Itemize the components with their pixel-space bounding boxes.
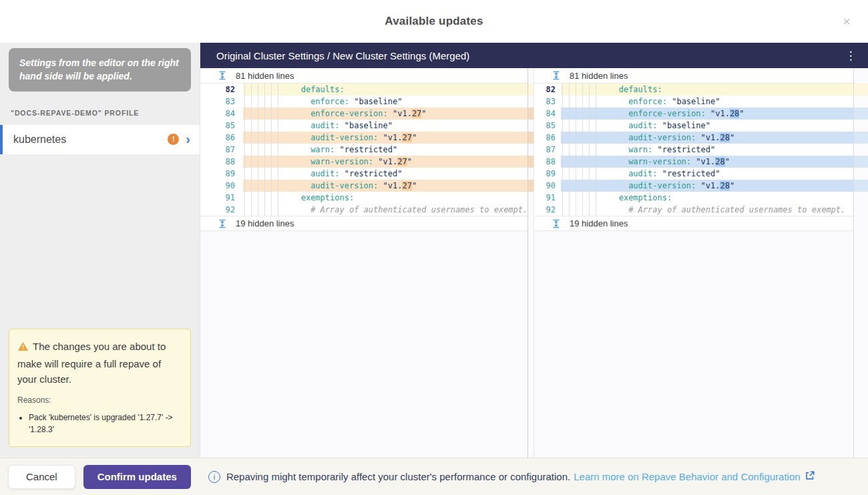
- close-icon[interactable]: ×: [837, 12, 856, 31]
- diff-line[interactable]: 83 enforce: "baseline": [534, 96, 868, 108]
- ruler-mark: [854, 156, 868, 168]
- diff-line[interactable]: 91 exemptions:: [200, 192, 527, 204]
- line-number: 85: [534, 120, 561, 132]
- diff-overview-ruler-right[interactable]: [853, 68, 868, 458]
- line-content: warn: "restricted": [561, 144, 868, 156]
- diff-line[interactable]: 84 enforce-version: "v1.27": [200, 108, 527, 120]
- repave-warning-box: The changes you are about to make will r…: [9, 329, 191, 447]
- sidebar-item-kubernetes[interactable]: kubernetes ! ›: [0, 125, 200, 154]
- line-number: 85: [200, 120, 243, 132]
- warning-triangle-icon: [17, 340, 29, 355]
- hidden-lines-label: 19 hidden lines: [236, 218, 294, 228]
- diff-line[interactable]: 90 audit-version: "v1.28": [534, 180, 868, 192]
- notice-text: Repaving might temporarily affect your c…: [226, 471, 570, 482]
- line-content: audit: "restricted": [243, 168, 527, 180]
- code-lines-merged[interactable]: 82 defaults:83 enforce: "baseline"84 enf…: [534, 84, 868, 216]
- line-content: # Array of authenticated usernames to ex…: [243, 204, 527, 216]
- changed-token: 28: [715, 157, 724, 166]
- line-content: defaults:: [561, 84, 868, 96]
- info-icon: i: [208, 471, 220, 483]
- profile-label: "DOCS-REPAVE-DEMO" PROFILE: [11, 109, 189, 117]
- diff-line[interactable]: 92 # Array of authenticated usernames to…: [200, 204, 527, 216]
- line-content: exemptions:: [561, 192, 868, 204]
- line-content: warn-version: "v1.28": [561, 156, 868, 168]
- line-number: 90: [200, 180, 243, 192]
- changed-token: 27: [397, 157, 407, 166]
- editor-empty-area[interactable]: [534, 231, 868, 458]
- confirm-updates-button[interactable]: Confirm updates: [83, 465, 191, 489]
- line-content: audit-version: "v1.28": [561, 180, 868, 192]
- reasons-list: Pack 'kubernetes' is upgraded '1.27.7' -…: [29, 411, 182, 436]
- diff-line[interactable]: 86 audit-version: "v1.27": [200, 132, 527, 144]
- ruler-mark: [528, 132, 533, 144]
- ruler-mark: [854, 84, 868, 96]
- sidebar-spacer: [0, 154, 200, 329]
- hidden-lines-label: 81 hidden lines: [570, 71, 628, 81]
- chevron-right-icon[interactable]: ›: [186, 134, 190, 145]
- diff-pane-merged: 81 hidden lines 82 defaults:83 enforce: …: [534, 68, 868, 458]
- diff-line[interactable]: 84 enforce-version: "v1.28": [534, 108, 868, 120]
- line-content: warn-version: "v1.27": [243, 156, 527, 168]
- modal-titlebar: Available updates ×: [0, 0, 868, 43]
- line-number: 88: [200, 156, 243, 168]
- line-number: 86: [534, 132, 561, 144]
- diff-line[interactable]: 90 audit-version: "v1.27": [200, 180, 527, 192]
- line-content: warn: "restricted": [243, 144, 527, 156]
- line-content: audit: "baseline": [243, 120, 527, 132]
- ruler-mark: [528, 84, 533, 96]
- diff-line[interactable]: 89 audit: "restricted": [200, 168, 527, 180]
- code-lines-original[interactable]: 82 defaults:83 enforce: "baseline"84 enf…: [200, 84, 527, 216]
- diff-line[interactable]: 87 warn: "restricted": [200, 144, 527, 156]
- hidden-lines-top-left[interactable]: 81 hidden lines: [200, 68, 527, 84]
- repave-docs-link[interactable]: Learn more on Repave Behavior and Config…: [574, 471, 800, 482]
- diff-header: Original Cluster Settings / New Cluster …: [200, 43, 868, 68]
- diff-line[interactable]: 86 audit-version: "v1.28": [534, 132, 868, 144]
- diff-line[interactable]: 85 audit: "baseline": [534, 120, 868, 132]
- unfold-icon[interactable]: [552, 219, 561, 228]
- changed-token: 27: [412, 109, 421, 118]
- diff-line[interactable]: 87 warn: "restricted": [534, 144, 868, 156]
- hidden-lines-bottom-right[interactable]: 19 hidden lines: [534, 216, 868, 231]
- line-content: audit-version: "v1.27": [243, 132, 527, 144]
- line-number: 90: [534, 180, 561, 192]
- hidden-lines-label: 81 hidden lines: [236, 71, 294, 81]
- diff-line[interactable]: 82 defaults:: [200, 84, 527, 96]
- editor-empty-area[interactable]: [200, 231, 527, 458]
- modal-footer: Cancel Confirm updates i Repaving might …: [0, 458, 868, 495]
- reason-item: Pack 'kubernetes' is upgraded '1.27.7' -…: [29, 411, 182, 436]
- unfold-icon[interactable]: [218, 219, 227, 228]
- line-content: enforce-version: "v1.28": [561, 108, 868, 120]
- unfold-icon[interactable]: [218, 71, 227, 80]
- diff-pane-original: 81 hidden lines 82 defaults:83 enforce: …: [200, 68, 527, 458]
- diff-line[interactable]: 91 exemptions:: [534, 192, 868, 204]
- changed-token: 28: [720, 133, 729, 142]
- diff-line[interactable]: 88 warn-version: "v1.28": [534, 156, 868, 168]
- line-content: audit: "baseline": [561, 120, 868, 132]
- diff-overview-ruler-left[interactable]: [527, 68, 534, 458]
- diff-line[interactable]: 82 defaults:: [534, 84, 868, 96]
- external-link-icon[interactable]: [805, 471, 815, 482]
- hidden-lines-label: 19 hidden lines: [570, 218, 628, 228]
- unfold-icon[interactable]: [552, 71, 561, 80]
- line-content: enforce: "baseline": [561, 96, 868, 108]
- kebab-menu-icon[interactable]: ⋮: [843, 49, 859, 63]
- changed-token: 27: [402, 181, 411, 190]
- cancel-button[interactable]: Cancel: [8, 465, 75, 489]
- diff-line[interactable]: 88 warn-version: "v1.27": [200, 156, 527, 168]
- line-content: # Array of authenticated usernames to ex…: [561, 204, 868, 216]
- diff-line[interactable]: 89 audit: "restricted": [534, 168, 868, 180]
- diff-line[interactable]: 83 enforce: "baseline": [200, 96, 527, 108]
- hidden-lines-top-right[interactable]: 81 hidden lines: [534, 68, 868, 84]
- line-number: 87: [534, 144, 561, 156]
- hidden-lines-bottom-left[interactable]: 19 hidden lines: [200, 216, 527, 231]
- diff-line[interactable]: 85 audit: "baseline": [200, 120, 527, 132]
- pack-label: kubernetes: [13, 134, 168, 146]
- line-number: 88: [534, 156, 561, 168]
- diff-line[interactable]: 92 # Array of authenticated usernames to…: [534, 204, 868, 216]
- repave-warning-message: The changes you are about to make will r…: [17, 339, 182, 387]
- line-number: 82: [200, 84, 243, 96]
- line-number: 91: [200, 192, 243, 204]
- line-content: audit-version: "v1.28": [561, 132, 868, 144]
- line-content: enforce: "baseline": [243, 96, 527, 108]
- line-content: defaults:: [243, 84, 527, 96]
